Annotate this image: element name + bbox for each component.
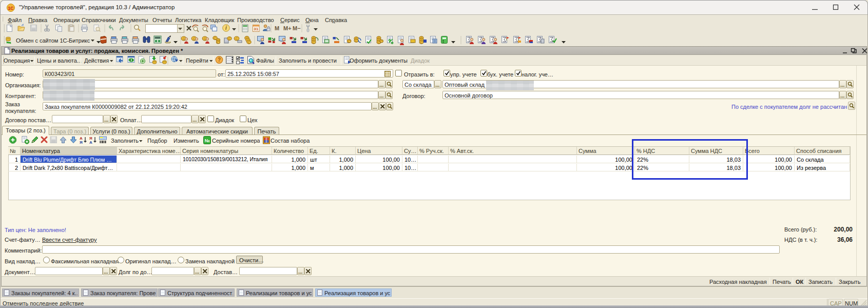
svg-text:Я: Я: [80, 140, 83, 145]
svg-text:C: C: [183, 37, 185, 41]
svg-text:1С: 1С: [8, 6, 14, 11]
svg-text:C: C: [217, 41, 220, 44]
svg-text:C: C: [380, 40, 383, 43]
svg-text:Обмен с сайтом 1С-Битрикс: Обмен с сайтом 1С-Битрикс: [16, 37, 90, 44]
svg-text:C: C: [348, 40, 351, 43]
svg-text:M: M: [275, 25, 279, 31]
svg-text:А: А: [89, 140, 92, 145]
svg-text:31: 31: [254, 27, 258, 31]
svg-text:C: C: [228, 37, 231, 41]
svg-text:C: C: [214, 36, 217, 40]
svg-text:M+: M+: [283, 25, 292, 31]
svg-text:C: C: [193, 37, 196, 41]
svg-text:?: ?: [218, 57, 221, 63]
svg-text:M−: M−: [293, 25, 301, 31]
svg-text:C: C: [420, 41, 423, 44]
svg-text:C: C: [313, 41, 315, 44]
svg-text:C: C: [204, 37, 206, 41]
svg-text:C: C: [248, 41, 250, 44]
svg-text:C: C: [355, 39, 358, 43]
svg-text:№: №: [204, 138, 209, 143]
svg-text:i: i: [225, 25, 227, 31]
svg-text:C: C: [236, 37, 238, 41]
